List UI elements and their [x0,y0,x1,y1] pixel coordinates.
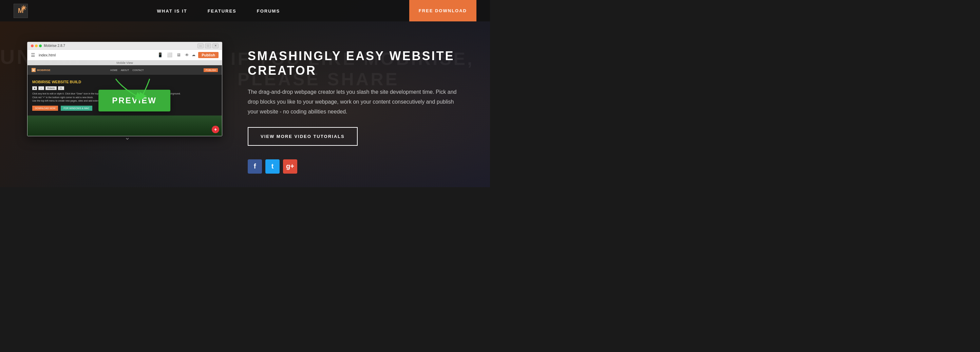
heading-line2: CREATOR [248,64,317,77]
mini-nav: M MOBIRISE HOME ABOUT CONTACT PUBLISH [27,65,222,75]
hamburger-icon[interactable]: ☰ [31,52,35,58]
publish-button[interactable]: Publish [198,52,218,58]
app-toolbar: ☰ index.html 📱 ⬜ 🖥 👁 ☁ Publish [27,50,222,61]
facebook-label: f [254,162,256,170]
svg-line-8 [22,9,23,10]
minimize-btn[interactable]: — [197,43,204,48]
mini-download-btn[interactable]: DOWNLOAD NOW [32,106,58,111]
close-dot[interactable] [31,45,33,47]
mini-toolbar-item2: ↔ [38,86,44,90]
logo[interactable]: M [14,4,28,18]
mini-logo-text: MOBIRISE [37,69,51,72]
cloud-icon: ☁ [192,53,196,57]
gplus-label: g+ [286,162,294,170]
main-heading: SMASHINGLY EASY WEBSITE CREATOR [248,49,458,78]
chevron-down-icon[interactable]: ⌄ [124,133,130,141]
twitter-label: t [272,162,274,170]
heading-line1: SMASHINGLY EASY WEBSITE [248,49,454,63]
logo-box: M [14,4,28,18]
maximize-dot[interactable] [39,45,42,47]
svg-line-6 [25,9,26,10]
svg-line-5 [22,6,23,7]
preview-overlay: PREVIEW [99,90,170,112]
app-title: Mobirise 2.8.7 [44,44,65,48]
svg-point-0 [22,6,25,9]
toolbar-right: 👁 ☁ Publish [185,52,218,58]
main-content: UNLIMITED Mobirise 2.8.7 — □ ✕ [0,21,490,187]
nav-link-features[interactable]: FEATURES [208,8,237,14]
mobile-view-label: Mobile View [27,61,222,65]
gplus-icon[interactable]: g+ [283,159,297,174]
mini-toolbar-font: Roboto [46,86,57,90]
mini-footer-img: + [27,115,222,136]
nav-links: WHAT IS IT FEATURES FORUMS [157,8,280,14]
main-description: The drag-and-drop webpage creator lets y… [248,87,458,117]
titlebar-right: — □ ✕ [197,43,218,48]
eye-icon[interactable]: 👁 [185,53,189,58]
navbar: M WHAT IS IT FEATURES FORUMS FREE DOWNL [0,0,490,21]
mini-nav-btn[interactable]: PUBLISH [204,68,218,72]
nav-item-features[interactable]: FEATURES [208,8,237,14]
preview-label: PREVIEW [112,96,157,105]
titlebar-dots [31,45,42,47]
app-window: Mobirise 2.8.7 — □ ✕ ☰ index.html 📱 ⬜ 🖥 [27,42,222,136]
add-block-button[interactable]: + [212,126,219,133]
view-tutorials-button[interactable]: VIEW MORE VIDEO TUTORIALS [248,127,358,146]
tablet-icon[interactable]: ⬜ [166,52,173,58]
app-inner: M MOBIRISE HOME ABOUT CONTACT PUBLISH MO… [27,65,222,136]
nav-link-what[interactable]: WHAT IS IT [157,8,187,14]
nav-item-what[interactable]: WHAT IS IT [157,8,187,14]
nav-link-forums[interactable]: FORUMS [257,8,280,14]
social-icons: f t g+ [248,159,458,174]
mini-nav-contact: CONTACT [132,69,143,71]
mini-logo: M MOBIRISE [32,68,51,72]
mini-toolbar-size: 21 [58,86,64,90]
facebook-icon[interactable]: f [248,159,262,174]
mini-toolbar-item: ■ [32,86,37,90]
minimize-dot[interactable] [35,45,38,47]
device-icons: 📱 ⬜ 🖥 [157,52,181,58]
svg-line-7 [25,6,26,7]
mobile-icon[interactable]: 📱 [157,52,164,58]
desktop-icon[interactable]: 🖥 [176,52,181,58]
filename-label: index.html [39,53,153,57]
mini-hero-title: MOBIRISE WEBSITE BUILD [32,80,217,84]
titlebar-left: Mobirise 2.8.7 [31,44,65,48]
mini-logo-box: M [32,68,36,72]
mini-nav-about: ABOUT [121,69,129,71]
app-titlebar: Mobirise 2.8.7 — □ ✕ [27,42,222,50]
nav-item-forums[interactable]: FORUMS [257,8,280,14]
logo-sunburst-icon [21,5,27,11]
free-download-button[interactable]: FREE DOWNLOAD [409,0,476,21]
close-btn[interactable]: ✕ [212,43,218,48]
screenshot-container: UNLIMITED Mobirise 2.8.7 — □ ✕ [27,42,228,136]
mini-nav-home: HOME [110,69,118,71]
mini-windows-btn[interactable]: FOR WINDOWS & MAC [61,106,92,111]
restore-btn[interactable]: □ [205,43,211,48]
twitter-icon[interactable]: t [266,159,280,174]
mini-nav-links: HOME ABOUT CONTACT [110,69,143,71]
text-content: IF YOU LIKE MOBIRISE, PLEASE SHARE SMASH… [248,42,458,174]
